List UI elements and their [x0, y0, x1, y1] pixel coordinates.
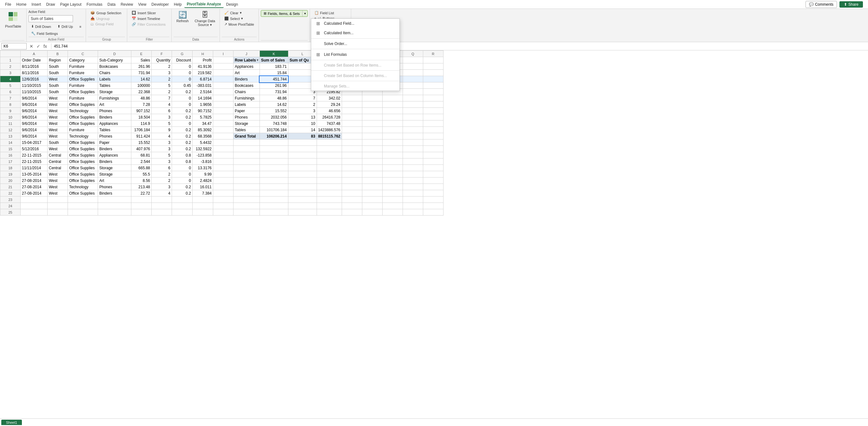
- cell[interactable]: [193, 203, 213, 209]
- row-number[interactable]: 24: [0, 203, 21, 209]
- cell[interactable]: West: [48, 76, 68, 83]
- cell[interactable]: 11/11/2014: [21, 165, 48, 171]
- cell[interactable]: 0: [172, 63, 193, 70]
- cell[interactable]: 48.86: [131, 95, 152, 101]
- cell[interactable]: 342.02: [317, 95, 342, 101]
- cell[interactable]: 0.2: [172, 146, 193, 152]
- cell[interactable]: Furniture: [68, 63, 98, 70]
- cell[interactable]: Binders: [98, 159, 131, 165]
- cell[interactable]: 14.1694: [193, 95, 213, 101]
- cell[interactable]: [288, 165, 317, 171]
- cell[interactable]: [288, 171, 317, 177]
- cell[interactable]: [423, 197, 443, 203]
- col-header-h[interactable]: H: [193, 51, 213, 57]
- cell[interactable]: 0.2: [172, 108, 193, 114]
- cell[interactable]: 5.7825: [193, 114, 213, 121]
- cell[interactable]: South: [48, 63, 68, 70]
- cell[interactable]: [362, 203, 382, 209]
- cell[interactable]: 219.582: [193, 70, 213, 76]
- cell[interactable]: [234, 152, 260, 159]
- menu-file[interactable]: File: [3, 1, 13, 8]
- menu-developer[interactable]: Developer: [149, 1, 171, 8]
- cell[interactable]: [317, 152, 342, 159]
- cell[interactable]: [342, 95, 362, 101]
- cell[interactable]: [342, 165, 362, 171]
- cell[interactable]: [317, 190, 342, 197]
- cell[interactable]: Furniture: [68, 70, 98, 76]
- cell[interactable]: [131, 197, 152, 203]
- cell[interactable]: 5.4432: [193, 139, 213, 146]
- cell[interactable]: [213, 152, 234, 159]
- cell[interactable]: 0: [172, 121, 193, 127]
- cell[interactable]: 6.8714: [193, 76, 213, 83]
- cell[interactable]: 4: [152, 190, 172, 197]
- cell[interactable]: 2: [288, 101, 317, 108]
- cell[interactable]: 9/6/2014: [21, 121, 48, 127]
- cell[interactable]: [403, 121, 423, 127]
- cell[interactable]: [48, 203, 68, 209]
- cell[interactable]: 15-04-2017: [21, 139, 48, 146]
- cell[interactable]: 114.9: [131, 121, 152, 127]
- cell[interactable]: [259, 209, 288, 216]
- cell[interactable]: [423, 139, 443, 146]
- menu-review[interactable]: Review: [118, 1, 135, 8]
- select-button[interactable]: ⬛ Select ▾: [222, 16, 257, 21]
- cell[interactable]: 26416.728: [317, 114, 342, 121]
- cell[interactable]: South: [48, 70, 68, 76]
- cell[interactable]: [288, 197, 317, 203]
- row-number[interactable]: 2: [0, 63, 21, 70]
- cell[interactable]: [423, 190, 443, 197]
- cell[interactable]: [288, 184, 317, 190]
- cell[interactable]: [423, 165, 443, 171]
- cell[interactable]: [403, 70, 423, 76]
- cell[interactable]: [423, 177, 443, 184]
- cell[interactable]: [213, 190, 234, 197]
- cell[interactable]: [342, 101, 362, 108]
- cell[interactable]: [259, 177, 288, 184]
- menu-pivottable-analyze[interactable]: PivotTable Analyze: [184, 1, 224, 8]
- menu-view[interactable]: View: [136, 1, 149, 8]
- cell[interactable]: [382, 146, 403, 152]
- cell[interactable]: 48.86: [259, 95, 288, 101]
- cell[interactable]: Row Labels ▾: [234, 57, 260, 63]
- cell[interactable]: 14: [288, 127, 317, 133]
- row-number[interactable]: 12: [0, 127, 21, 133]
- cell[interactable]: [423, 146, 443, 152]
- cell[interactable]: [213, 133, 234, 139]
- cell[interactable]: Binders: [98, 146, 131, 152]
- cell[interactable]: [342, 190, 362, 197]
- cell[interactable]: [317, 184, 342, 190]
- cell[interactable]: Tables: [98, 83, 131, 89]
- calculated-item-item[interactable]: ⊞ Calculated Item...: [311, 28, 399, 38]
- cell[interactable]: [382, 190, 403, 197]
- cell[interactable]: 11/10/2015: [21, 83, 48, 89]
- refresh-button[interactable]: 🔄 Refresh: [174, 10, 191, 24]
- row-number[interactable]: 9: [0, 108, 21, 114]
- cell[interactable]: [362, 184, 382, 190]
- cell[interactable]: 3: [152, 139, 172, 146]
- cell[interactable]: 2: [152, 89, 172, 95]
- cell[interactable]: West: [48, 133, 68, 139]
- cell[interactable]: [317, 159, 342, 165]
- cell[interactable]: 132.5922: [193, 146, 213, 152]
- cell[interactable]: 731.94: [259, 89, 288, 95]
- cell[interactable]: [423, 209, 443, 216]
- cell[interactable]: [234, 171, 260, 177]
- cell[interactable]: [362, 165, 382, 171]
- cell[interactable]: [403, 203, 423, 209]
- cell[interactable]: Technology: [68, 184, 98, 190]
- cell[interactable]: [403, 197, 423, 203]
- cell[interactable]: [382, 209, 403, 216]
- cell[interactable]: [259, 184, 288, 190]
- cell[interactable]: 911.424: [131, 133, 152, 139]
- col-header-d[interactable]: D: [98, 51, 131, 57]
- cell[interactable]: [259, 159, 288, 165]
- cell[interactable]: [382, 203, 403, 209]
- cell[interactable]: 0: [172, 70, 193, 76]
- cell[interactable]: 8.56: [131, 177, 152, 184]
- row-number[interactable]: 18: [0, 165, 21, 171]
- col-header-q[interactable]: Q: [403, 51, 423, 57]
- cell[interactable]: [403, 89, 423, 95]
- cell[interactable]: 2032.056: [259, 114, 288, 121]
- cell[interactable]: [423, 121, 443, 127]
